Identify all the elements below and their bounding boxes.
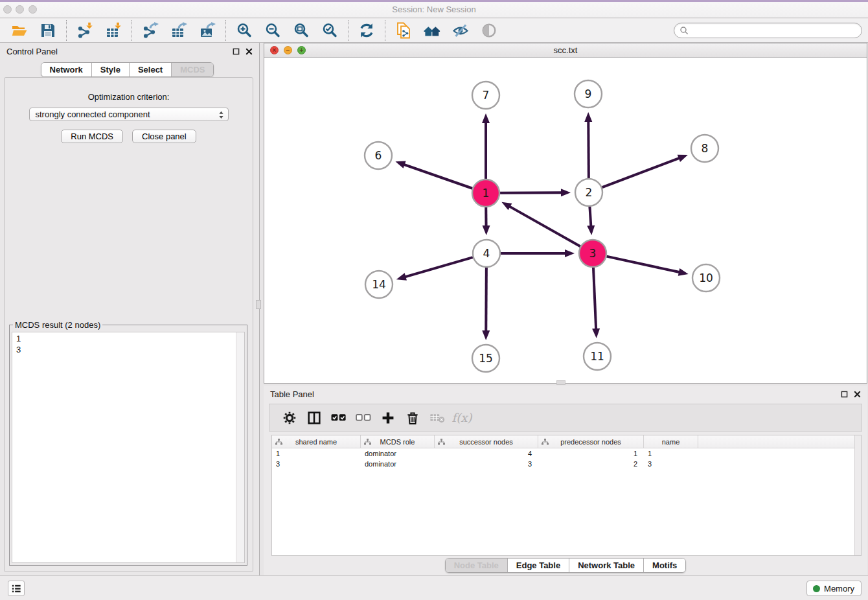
- svg-text:10: 10: [699, 271, 713, 284]
- graph-edge-1-4[interactable]: [483, 207, 490, 235]
- create-column-icon[interactable]: [376, 408, 400, 428]
- table-tab-motifs[interactable]: Motifs: [643, 559, 685, 572]
- float-panel-icon[interactable]: [232, 47, 240, 55]
- graph-node-3[interactable]: 3: [579, 240, 606, 267]
- memory-button[interactable]: Memory: [806, 581, 862, 596]
- float-table-panel-icon[interactable]: [840, 390, 848, 398]
- graph-edge-3-1[interactable]: [501, 202, 580, 246]
- graph-node-6[interactable]: 6: [365, 142, 392, 169]
- close-panel-icon[interactable]: [245, 47, 253, 55]
- graph-edge-3-10[interactable]: [606, 257, 688, 276]
- control-panel-title: Control Panel: [6, 47, 58, 56]
- graph-edge-1-2[interactable]: [500, 189, 571, 196]
- table-tab-network-table[interactable]: Network Table: [569, 559, 643, 572]
- graph-node-9[interactable]: 9: [575, 80, 602, 108]
- graph-edge-2-9[interactable]: [584, 112, 592, 178]
- tab-mcds[interactable]: MCDS: [171, 63, 213, 76]
- zoom-fit-icon[interactable]: [291, 21, 311, 40]
- save-session-icon[interactable]: [38, 21, 58, 40]
- task-history-button[interactable]: [8, 581, 25, 596]
- column-header-filler: [698, 435, 861, 448]
- unselect-all-columns-icon[interactable]: [351, 408, 376, 428]
- control-panel-header: Control Panel: [0, 43, 259, 60]
- graph-edge-4-3[interactable]: [501, 249, 575, 257]
- svg-text:9: 9: [585, 87, 592, 100]
- show-columns-icon[interactable]: [302, 408, 326, 428]
- toolbar-separator: [225, 20, 226, 41]
- close-panel-button[interactable]: Close panel: [132, 130, 196, 143]
- zoom-selected-icon[interactable]: [320, 21, 339, 40]
- graph-node-14[interactable]: 14: [365, 271, 393, 298]
- open-file-icon[interactable]: [10, 21, 29, 40]
- table-tab-edge-table[interactable]: Edge Table: [507, 559, 569, 572]
- table-cell-shared-name: 3: [272, 460, 361, 468]
- import-network-icon[interactable]: [75, 21, 95, 40]
- new-network-from-selection-icon[interactable]: [394, 21, 413, 40]
- column-header-shared-name[interactable]: shared name: [272, 435, 361, 448]
- horizontal-splitter-handle[interactable]: [556, 380, 565, 385]
- zoom-in-icon[interactable]: [234, 21, 254, 40]
- graph-edge-3-11[interactable]: [592, 268, 600, 338]
- graph-node-10[interactable]: 10: [692, 264, 720, 292]
- toolbar-separator: [348, 20, 348, 41]
- table-panel: Table Panel f(x) shared nameMCDS rolesuc…: [264, 386, 867, 575]
- minimize-view-icon[interactable]: −: [284, 46, 292, 54]
- mcds-result-textarea[interactable]: 13: [12, 332, 245, 563]
- graph-edge-2-3[interactable]: [587, 207, 595, 235]
- table-tab-node-table[interactable]: Node Table: [446, 559, 507, 572]
- export-network-icon[interactable]: [141, 21, 160, 40]
- table-cell-name: 3: [644, 460, 698, 468]
- network-canvas[interactable]: 7968124314101511: [264, 58, 867, 383]
- vertical-splitter-handle[interactable]: [256, 300, 261, 309]
- select-all-columns-icon[interactable]: [326, 408, 351, 428]
- first-neighbors-icon[interactable]: [422, 21, 442, 40]
- run-mcds-button[interactable]: Run MCDS: [61, 130, 123, 143]
- svg-text:4: 4: [483, 247, 490, 260]
- zoom-out-icon[interactable]: [263, 21, 282, 40]
- graph-node-15[interactable]: 15: [472, 345, 499, 372]
- search-box[interactable]: [674, 23, 862, 38]
- close-table-panel-icon[interactable]: [853, 390, 861, 398]
- mcds-result-line: 3: [16, 344, 240, 355]
- graph-node-8[interactable]: 8: [691, 135, 718, 162]
- svg-text:8: 8: [702, 142, 709, 155]
- column-label: predecessor nodes: [560, 438, 621, 446]
- zoom-view-icon[interactable]: +: [297, 46, 306, 54]
- table-scrollbar[interactable]: [854, 435, 861, 555]
- svg-text:14: 14: [372, 278, 386, 291]
- export-table-icon[interactable]: [169, 21, 188, 40]
- graph-edge-1-6[interactable]: [395, 161, 472, 189]
- tab-select[interactable]: Select: [129, 63, 171, 76]
- column-header-predecessor-nodes[interactable]: predecessor nodes: [538, 435, 644, 448]
- svg-text:11: 11: [590, 350, 604, 363]
- close-view-icon[interactable]: ×: [270, 46, 279, 54]
- delete-table-icon: [425, 408, 450, 428]
- search-input[interactable]: [692, 25, 862, 36]
- refresh-layout-icon[interactable]: [357, 21, 376, 40]
- table-settings-gear-icon[interactable]: [277, 408, 302, 428]
- table-row[interactable]: 3dominator323: [272, 459, 861, 469]
- delete-columns-icon[interactable]: [400, 408, 425, 428]
- graph-edge-4-14[interactable]: [396, 257, 473, 281]
- node-table: shared nameMCDS rolesuccessor nodesprede…: [271, 435, 862, 556]
- table-row[interactable]: 1dominator411: [272, 448, 861, 459]
- tab-style[interactable]: Style: [91, 63, 129, 76]
- svg-text:6: 6: [375, 149, 382, 162]
- graph-edge-1-7[interactable]: [482, 113, 490, 179]
- graph-edge-4-15[interactable]: [482, 268, 490, 340]
- criterion-select[interactable]: strongly connected component: [29, 108, 229, 121]
- graph-node-11[interactable]: 11: [584, 343, 611, 370]
- export-image-icon[interactable]: [198, 21, 217, 40]
- result-scrollbar[interactable]: [236, 332, 244, 562]
- graph-node-7[interactable]: 7: [472, 82, 499, 109]
- column-header-name[interactable]: name: [644, 435, 698, 448]
- graph-node-4[interactable]: 4: [473, 240, 500, 267]
- hide-selected-icon[interactable]: [451, 21, 470, 40]
- column-header-mcds-role[interactable]: MCDS role: [361, 435, 435, 448]
- import-table-icon[interactable]: [104, 21, 123, 40]
- column-header-successor-nodes[interactable]: successor nodes: [435, 435, 538, 448]
- graph-edge-2-8[interactable]: [602, 155, 688, 188]
- graph-node-2[interactable]: 2: [575, 179, 602, 206]
- tab-network[interactable]: Network: [41, 63, 91, 76]
- graph-node-1[interactable]: 1: [472, 179, 499, 207]
